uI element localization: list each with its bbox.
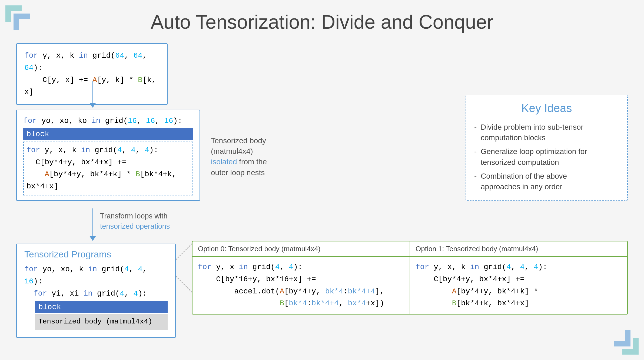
inner-line3: A[by*4+y, bk*4+k] * B[bk*4+k, bx*4+x] bbox=[26, 168, 190, 193]
options-container: Option 0: Tensorized body (matmul4x4) Op… bbox=[192, 241, 628, 315]
tensorized-line1: Tensorized body(matmul4x4) bbox=[211, 136, 266, 155]
chevron-top-left-decoration bbox=[0, 0, 43, 43]
key-ideas-list: Divide problem into sub-tensorcomputatio… bbox=[474, 120, 619, 194]
svg-line-4 bbox=[176, 244, 192, 260]
block-highlight-middle: block bbox=[23, 128, 193, 140]
arrow-down-1 bbox=[89, 81, 97, 108]
option1-body: for y, x, k in grid(4, 4, 4): C[by*4+y, … bbox=[410, 257, 627, 314]
svg-line-5 bbox=[176, 276, 192, 292]
key-ideas-box: Key Ideas Divide problem into sub-tensor… bbox=[466, 95, 628, 201]
arrow-line-2 bbox=[92, 208, 93, 236]
transform-line1: Transform loops with bbox=[100, 212, 168, 220]
arrow-head-2 bbox=[89, 236, 96, 241]
main-content: for y, x, k in grid(64, 64, 64): C[y, x]… bbox=[16, 43, 628, 344]
arrow-line-1 bbox=[92, 81, 93, 103]
tensorized-annotation: Tensorized body(matmul4x4) isolated from… bbox=[211, 135, 276, 178]
transform-annotation: Transform loops with tensorized operatio… bbox=[100, 211, 170, 232]
arrow-head-1 bbox=[89, 103, 96, 108]
bottom-left-line2: for yi, xi in grid(4, 4): bbox=[24, 288, 168, 300]
key-idea-item-1: Divide problem into sub-tensorcomputatio… bbox=[474, 120, 619, 145]
option0-body: for y, x in grid(4, 4): C[by*16+y, bx*16… bbox=[192, 257, 410, 314]
isolated-text: isolated bbox=[211, 158, 237, 166]
page-title: Auto Tensorization: Divide and Conquer bbox=[0, 0, 644, 41]
middle-code-line1: for yo, xo, ko in grid(16, 16, 16): bbox=[23, 115, 193, 127]
top-code-line1: for y, x, k in grid(64, 64, 64): bbox=[24, 51, 147, 72]
option1-header: Option 1: Tensorized body (matmul4x4) bbox=[410, 241, 627, 256]
arrow-down-2 bbox=[89, 208, 97, 241]
options-body: for y, x in grid(4, 4): C[by*16+y, bx*16… bbox=[192, 257, 627, 314]
bottom-left-body-label: Tensorized body (matmul4x4) bbox=[35, 314, 168, 330]
middle-code-box: for yo, xo, ko in grid(16, 16, 16): bloc… bbox=[16, 110, 200, 201]
block-highlight-bottom: block bbox=[35, 301, 168, 313]
transform-line2-colored: tensorized operations bbox=[100, 222, 170, 230]
key-idea-item-2: Generalize loop optimization fortensoriz… bbox=[474, 145, 619, 169]
inner-line1: for y, x, k in grid(4, 4, 4): bbox=[26, 144, 190, 156]
key-ideas-title: Key Ideas bbox=[474, 102, 619, 115]
bottom-left-box: Tensorized Programs for yo, xo, k in gri… bbox=[16, 244, 176, 338]
tensorized-programs-title: Tensorized Programs bbox=[24, 249, 168, 260]
bottom-left-line1: for yo, xo, k in grid(4, 4, 16): bbox=[24, 263, 168, 288]
option0-header: Option 0: Tensorized body (matmul4x4) bbox=[192, 241, 410, 256]
inner-line2: C[by*4+y, bx*4+x] += bbox=[26, 156, 190, 169]
options-header: Option 0: Tensorized body (matmul4x4) Op… bbox=[192, 241, 627, 257]
dashed-inner-box: for y, x, k in grid(4, 4, 4): C[by*4+y, … bbox=[23, 142, 193, 195]
svg-marker-1 bbox=[14, 14, 30, 30]
key-idea-item-3: Combination of the aboveapproaches in an… bbox=[474, 169, 619, 194]
